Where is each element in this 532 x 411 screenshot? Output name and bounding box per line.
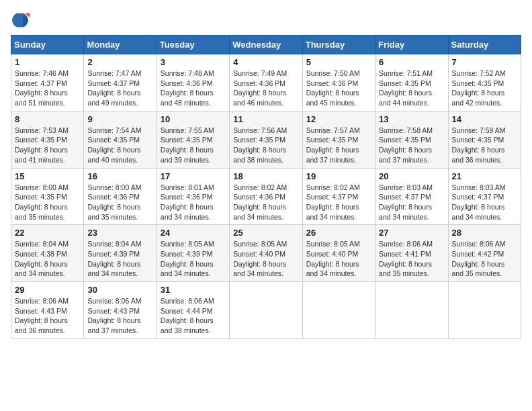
logo-icon (11, 11, 30, 30)
day-info: Sunrise: 7:48 AMSunset: 4:36 PMDaylight:… (161, 68, 226, 108)
day-number: 23 (87, 228, 152, 238)
day-number: 9 (87, 114, 152, 124)
calendar-cell: 1 Sunrise: 7:46 AMSunset: 4:37 PMDayligh… (11, 54, 84, 111)
calendar-cell: 13 Sunrise: 7:58 AMSunset: 4:35 PMDaylig… (375, 111, 448, 168)
day-info: Sunrise: 7:59 AMSunset: 4:35 PMDaylight:… (452, 126, 517, 165)
calendar-cell: 8 Sunrise: 7:53 AMSunset: 4:35 PMDayligh… (11, 111, 84, 168)
calendar-table: SundayMondayTuesdayWednesdayThursdayFrid… (11, 35, 521, 339)
calendar-header-wednesday: Wednesday (230, 36, 302, 54)
day-number: 7 (452, 57, 517, 67)
calendar-cell: 20 Sunrise: 8:03 AMSunset: 4:37 PMDaylig… (375, 168, 448, 225)
day-number: 4 (233, 57, 298, 67)
calendar-cell: 16 Sunrise: 8:00 AMSunset: 4:36 PMDaylig… (84, 168, 157, 225)
calendar-cell: 7 Sunrise: 7:52 AMSunset: 4:35 PMDayligh… (448, 54, 521, 111)
calendar-cell (230, 282, 302, 339)
calendar-header-sunday: Sunday (11, 36, 84, 54)
day-info: Sunrise: 8:06 AMSunset: 4:43 PMDaylight:… (87, 296, 152, 336)
day-number: 30 (87, 285, 152, 295)
day-number: 6 (379, 57, 444, 67)
calendar-cell: 3 Sunrise: 7:48 AMSunset: 4:36 PMDayligh… (157, 54, 229, 111)
day-number: 15 (15, 171, 80, 181)
calendar-cell: 15 Sunrise: 8:00 AMSunset: 4:35 PMDaylig… (11, 168, 84, 225)
calendar-cell: 19 Sunrise: 8:02 AMSunset: 4:37 PMDaylig… (302, 168, 375, 225)
day-info: Sunrise: 8:03 AMSunset: 4:37 PMDaylight:… (452, 183, 517, 222)
calendar-cell: 10 Sunrise: 7:55 AMSunset: 4:35 PMDaylig… (157, 111, 229, 168)
day-number: 31 (161, 285, 226, 295)
day-info: Sunrise: 7:52 AMSunset: 4:35 PMDaylight:… (452, 68, 517, 108)
calendar-header-tuesday: Tuesday (157, 36, 229, 54)
day-number: 1 (15, 57, 80, 67)
calendar-cell: 29 Sunrise: 8:06 AMSunset: 4:43 PMDaylig… (11, 282, 84, 339)
day-info: Sunrise: 7:47 AMSunset: 4:37 PMDaylight:… (87, 68, 152, 108)
calendar-cell (375, 282, 448, 339)
day-number: 29 (15, 285, 80, 295)
calendar-cell: 26 Sunrise: 8:05 AMSunset: 4:40 PMDaylig… (302, 225, 375, 282)
calendar-cell: 4 Sunrise: 7:49 AMSunset: 4:36 PMDayligh… (230, 54, 302, 111)
day-number: 14 (452, 114, 517, 124)
day-info: Sunrise: 7:46 AMSunset: 4:37 PMDaylight:… (15, 68, 80, 108)
calendar-week-4: 22 Sunrise: 8:04 AMSunset: 4:38 PMDaylig… (11, 225, 521, 282)
day-number: 12 (306, 114, 371, 124)
day-number: 10 (161, 114, 226, 124)
day-info: Sunrise: 7:50 AMSunset: 4:36 PMDaylight:… (306, 68, 371, 108)
day-info: Sunrise: 7:58 AMSunset: 4:35 PMDaylight:… (379, 126, 444, 165)
calendar-cell: 24 Sunrise: 8:05 AMSunset: 4:39 PMDaylig… (157, 225, 229, 282)
calendar-header-saturday: Saturday (448, 36, 521, 54)
day-info: Sunrise: 8:04 AMSunset: 4:39 PMDaylight:… (87, 239, 152, 279)
calendar-week-5: 29 Sunrise: 8:06 AMSunset: 4:43 PMDaylig… (11, 282, 521, 339)
logo (11, 11, 32, 30)
calendar-cell: 11 Sunrise: 7:56 AMSunset: 4:35 PMDaylig… (230, 111, 302, 168)
day-number: 16 (87, 171, 152, 181)
day-number: 18 (233, 171, 298, 181)
day-number: 8 (15, 114, 80, 124)
day-number: 13 (379, 114, 444, 124)
day-info: Sunrise: 8:06 AMSunset: 4:42 PMDaylight:… (452, 239, 517, 279)
day-info: Sunrise: 8:00 AMSunset: 4:36 PMDaylight:… (87, 183, 152, 222)
day-info: Sunrise: 8:06 AMSunset: 4:41 PMDaylight:… (379, 239, 444, 279)
day-number: 22 (15, 228, 80, 238)
calendar-header-monday: Monday (84, 36, 157, 54)
day-info: Sunrise: 8:02 AMSunset: 4:36 PMDaylight:… (233, 183, 298, 222)
day-info: Sunrise: 7:57 AMSunset: 4:35 PMDaylight:… (306, 126, 371, 165)
calendar-week-3: 15 Sunrise: 8:00 AMSunset: 4:35 PMDaylig… (11, 168, 521, 225)
day-number: 28 (452, 228, 517, 238)
day-info: Sunrise: 7:54 AMSunset: 4:35 PMDaylight:… (87, 126, 152, 165)
day-number: 25 (233, 228, 298, 238)
calendar-cell: 27 Sunrise: 8:06 AMSunset: 4:41 PMDaylig… (375, 225, 448, 282)
day-info: Sunrise: 8:06 AMSunset: 4:43 PMDaylight:… (15, 296, 80, 336)
calendar-cell: 9 Sunrise: 7:54 AMSunset: 4:35 PMDayligh… (84, 111, 157, 168)
calendar-cell: 6 Sunrise: 7:51 AMSunset: 4:35 PMDayligh… (375, 54, 448, 111)
day-number: 5 (306, 57, 371, 67)
day-info: Sunrise: 8:04 AMSunset: 4:38 PMDaylight:… (15, 239, 80, 279)
calendar-header-friday: Friday (375, 36, 448, 54)
day-info: Sunrise: 8:06 AMSunset: 4:44 PMDaylight:… (161, 296, 226, 336)
calendar-cell: 18 Sunrise: 8:02 AMSunset: 4:36 PMDaylig… (230, 168, 302, 225)
day-info: Sunrise: 7:55 AMSunset: 4:35 PMDaylight:… (161, 126, 226, 165)
page-header (11, 11, 521, 30)
day-number: 20 (379, 171, 444, 181)
day-number: 11 (233, 114, 298, 124)
day-info: Sunrise: 8:03 AMSunset: 4:37 PMDaylight:… (379, 183, 444, 222)
day-info: Sunrise: 8:05 AMSunset: 4:40 PMDaylight:… (306, 239, 371, 279)
day-number: 24 (161, 228, 226, 238)
calendar-cell: 14 Sunrise: 7:59 AMSunset: 4:35 PMDaylig… (448, 111, 521, 168)
day-info: Sunrise: 8:02 AMSunset: 4:37 PMDaylight:… (306, 183, 371, 222)
day-info: Sunrise: 8:01 AMSunset: 4:36 PMDaylight:… (161, 183, 226, 222)
day-info: Sunrise: 8:05 AMSunset: 4:39 PMDaylight:… (161, 239, 226, 279)
calendar-week-1: 1 Sunrise: 7:46 AMSunset: 4:37 PMDayligh… (11, 54, 521, 111)
day-number: 17 (161, 171, 226, 181)
calendar-cell: 12 Sunrise: 7:57 AMSunset: 4:35 PMDaylig… (302, 111, 375, 168)
day-info: Sunrise: 7:53 AMSunset: 4:35 PMDaylight:… (15, 126, 80, 165)
calendar-cell (448, 282, 521, 339)
calendar-cell: 23 Sunrise: 8:04 AMSunset: 4:39 PMDaylig… (84, 225, 157, 282)
day-number: 27 (379, 228, 444, 238)
day-number: 19 (306, 171, 371, 181)
day-info: Sunrise: 7:49 AMSunset: 4:36 PMDaylight:… (233, 68, 298, 108)
day-number: 2 (87, 57, 152, 67)
calendar-week-2: 8 Sunrise: 7:53 AMSunset: 4:35 PMDayligh… (11, 111, 521, 168)
day-number: 26 (306, 228, 371, 238)
calendar-cell: 21 Sunrise: 8:03 AMSunset: 4:37 PMDaylig… (448, 168, 521, 225)
calendar-cell: 2 Sunrise: 7:47 AMSunset: 4:37 PMDayligh… (84, 54, 157, 111)
day-info: Sunrise: 8:00 AMSunset: 4:35 PMDaylight:… (15, 183, 80, 222)
calendar-cell: 25 Sunrise: 8:05 AMSunset: 4:40 PMDaylig… (230, 225, 302, 282)
